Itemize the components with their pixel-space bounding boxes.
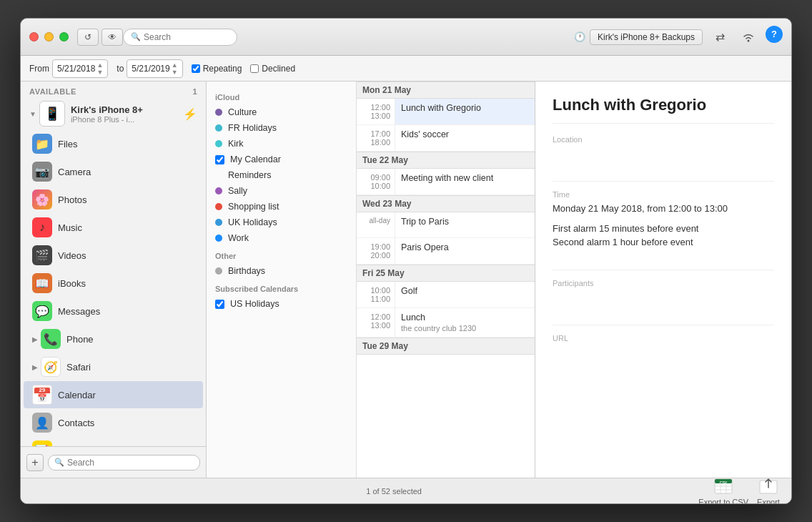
cal-item-shopping-list[interactable]: Shopping list	[207, 199, 356, 215]
sidebar-search-input[interactable]	[67, 458, 194, 468]
event-row-meeting[interactable]: 09:00 10:00 Meeting with new client	[357, 169, 535, 195]
repeating-filter[interactable]: Repeating	[192, 64, 242, 74]
export-icon	[757, 476, 780, 496]
camera-icon: 📷	[32, 162, 52, 182]
export-csv-label: Export to CSV	[698, 498, 748, 505]
backup-label[interactable]: Kirk's iPhone 8+ Backups	[590, 29, 703, 45]
cal-item-culture[interactable]: Culture	[207, 104, 356, 120]
sidebar-section-available: AVAILABLE 1	[21, 84, 206, 97]
export-button[interactable]: Export	[757, 476, 780, 505]
event-row-lunch[interactable]: 12:00 13:00 Lunch the country club 1230	[357, 308, 535, 338]
sidebar-item-phone[interactable]: ▶ 📞 Phone	[24, 325, 203, 353]
sidebar-label-videos: Videos	[58, 250, 86, 261]
sidebar-search-icon: 🔍	[54, 458, 64, 467]
statusbar: 1 of 52 selected CSV Export to CSV	[21, 478, 791, 503]
sidebar-item-videos[interactable]: 🎬 Videos	[24, 242, 203, 269]
event-row-paris-opera[interactable]: 19:00 20:00 Paris Opera	[357, 238, 535, 265]
us-holidays-checkbox[interactable]	[215, 300, 224, 309]
sidebar-device-item[interactable]: ▼ 📱 Kirk's iPhone 8+ iPhone 8 Plus - i..…	[24, 98, 203, 129]
contacts-icon: 👤	[32, 413, 52, 433]
device-expand-arrow[interactable]: ▼	[29, 110, 36, 118]
sidebar-item-contacts[interactable]: 👤 Contacts	[24, 409, 203, 436]
sidebar-item-music[interactable]: ♪ Music	[24, 214, 203, 241]
sidebar-list: AVAILABLE 1 ▼ 📱 Kirk's iPhone 8+ iPhone …	[21, 82, 206, 446]
to-label: to	[117, 64, 124, 74]
maximize-button[interactable]	[59, 32, 69, 41]
sally-dot	[215, 187, 222, 194]
location-value	[553, 147, 774, 161]
cal-item-kirk[interactable]: Kirk	[207, 136, 356, 152]
event-row-trip-paris[interactable]: all-day Trip to Paris	[357, 212, 535, 238]
cal-label-sally: Sally	[228, 186, 247, 196]
phone-icon: 📞	[41, 329, 61, 349]
event-body-meeting: Meeting with new client	[395, 169, 535, 194]
device-icon: 📱	[39, 101, 65, 127]
sidebar-item-safari[interactable]: ▶ 🧭 Safari	[24, 353, 203, 380]
repeating-label: Repeating	[203, 64, 242, 74]
cal-label-my-calendar: My Calendar	[230, 154, 281, 164]
event-title-lunch-gregorio: Lunch with Gregorio	[401, 103, 481, 113]
cal-subscribed-header: Subscribed Calendars	[207, 279, 356, 296]
declined-checkbox[interactable]	[250, 64, 259, 73]
event-row-golf[interactable]: 10:00 11:00 Golf	[357, 282, 535, 308]
cal-label-birthdays: Birthdays	[228, 266, 265, 276]
event-row-kids-soccer[interactable]: 17:00 18:00 Kids' soccer	[357, 125, 535, 152]
event-time-3: 09:00 10:00	[357, 169, 395, 194]
cal-icloud-header: iCloud	[207, 87, 356, 104]
event-body-lunch: Lunch the country club 1230	[395, 308, 535, 337]
music-icon: ♪	[32, 217, 52, 237]
cal-item-reminders[interactable]: Reminders	[207, 167, 356, 183]
sync-button[interactable]: ⇄	[708, 26, 731, 49]
detail-url: URL	[553, 334, 774, 360]
refresh-icon: ↺	[84, 32, 91, 42]
sidebar-item-camera[interactable]: 📷 Camera	[24, 158, 203, 185]
add-button[interactable]: +	[26, 454, 44, 471]
divider-3	[553, 325, 774, 325]
sidebar: AVAILABLE 1 ▼ 📱 Kirk's iPhone 8+ iPhone …	[21, 82, 207, 478]
export-csv-button[interactable]: CSV Export to CSV	[698, 476, 748, 505]
to-date-stepper[interactable]: ▲▼	[172, 61, 178, 76]
cal-item-birthdays[interactable]: Birthdays	[207, 263, 356, 279]
search-input[interactable]	[144, 32, 229, 42]
day-header-tue-22: Tue 22 May	[357, 152, 535, 169]
participants-label: Participants	[553, 279, 774, 287]
search-bar[interactable]: 🔍	[123, 29, 237, 46]
cal-item-uk-holidays[interactable]: UK Holidays	[207, 215, 356, 230]
cal-item-sally[interactable]: Sally	[207, 183, 356, 199]
declined-label: Declined	[262, 64, 295, 74]
phone-expand-icon[interactable]: ▶	[32, 335, 38, 343]
repeating-checkbox[interactable]	[192, 64, 200, 73]
view-button[interactable]: 👁	[102, 29, 123, 46]
sidebar-item-messages[interactable]: 💬 Messages	[24, 297, 203, 325]
cal-item-my-calendar[interactable]: My Calendar	[207, 152, 356, 167]
cal-item-work[interactable]: Work	[207, 230, 356, 246]
traffic-lights	[29, 32, 69, 41]
sidebar-search[interactable]: 🔍	[48, 455, 200, 471]
from-date-input[interactable]: 5/21/2018 ▲▼	[52, 59, 108, 78]
event-time-5: 10:00 11:00	[357, 282, 395, 307]
safari-expand-icon[interactable]: ▶	[32, 363, 38, 371]
sidebar-footer: + 🔍	[21, 446, 206, 478]
sidebar-item-ibooks[interactable]: 📖 iBooks	[24, 270, 203, 297]
my-calendar-checkbox[interactable]	[215, 155, 224, 164]
to-date-input[interactable]: 5/21/2019 ▲▼	[127, 59, 182, 78]
participants-value	[553, 290, 774, 305]
event-title-kids-soccer: Kids' soccer	[401, 129, 449, 139]
time-label: Time	[553, 190, 774, 199]
cal-item-us-holidays[interactable]: US Holidays	[207, 296, 356, 312]
close-button[interactable]	[29, 32, 39, 41]
from-date-stepper[interactable]: ▲▼	[96, 61, 103, 76]
help-button[interactable]: ?	[766, 26, 783, 43]
url-label: URL	[553, 334, 774, 343]
event-row-lunch-gregorio[interactable]: 12:00 13:00 Lunch with Gregorio	[357, 99, 535, 125]
minimize-button[interactable]	[44, 32, 54, 41]
sidebar-item-files[interactable]: 📁 Files	[24, 130, 203, 157]
event-time-1: 12:00 13:00	[357, 99, 395, 124]
sidebar-item-photos[interactable]: 🌸 Photos	[24, 186, 203, 213]
wifi-button[interactable]	[737, 26, 760, 49]
cal-item-fr-holidays[interactable]: FR Holidays	[207, 120, 356, 136]
sidebar-item-calendar[interactable]: 29 📅 Calendar	[24, 381, 203, 408]
sidebar-item-notes[interactable]: 📝 Notes	[24, 437, 203, 446]
declined-filter[interactable]: Declined	[250, 64, 295, 74]
refresh-button[interactable]: ↺	[77, 29, 99, 46]
